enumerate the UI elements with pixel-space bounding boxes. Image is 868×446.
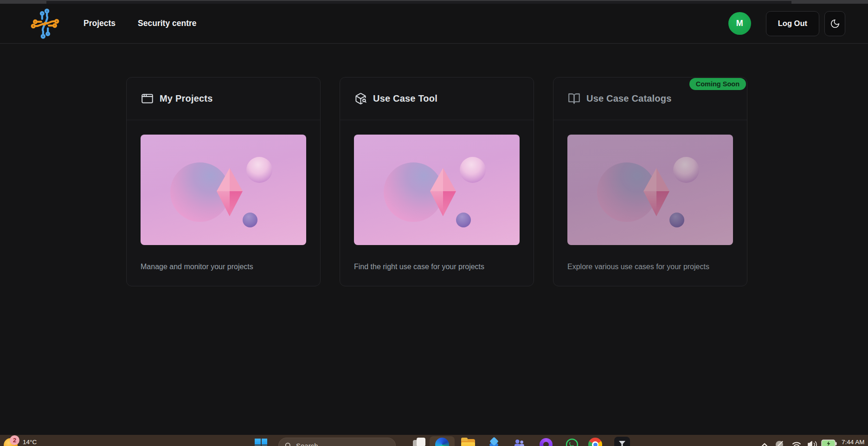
app-window-icon xyxy=(141,92,154,105)
search-input[interactable] xyxy=(296,442,379,446)
search-icon xyxy=(284,442,292,446)
card-body: Find the right use case for your project… xyxy=(340,120,534,271)
chrome-button[interactable] xyxy=(588,438,602,446)
start-button[interactable] xyxy=(255,439,267,446)
loop-button[interactable] xyxy=(539,438,553,446)
card-description: Find the right use case for your project… xyxy=(354,263,520,271)
wifi-icon[interactable] xyxy=(791,439,802,446)
art-sphere-medium xyxy=(673,157,699,183)
browser-top-strip xyxy=(0,0,868,4)
card-title: Use Case Catalogs xyxy=(586,93,671,104)
header-actions: M Log Out xyxy=(728,11,845,36)
edge-browser-button[interactable] xyxy=(435,438,449,446)
art-sphere-medium xyxy=(460,157,486,183)
weather-temperature[interactable]: 14°C xyxy=(23,439,37,446)
app-header: Projects Security centre M Log Out xyxy=(0,4,868,44)
main-nav: Projects Security centre xyxy=(84,19,197,28)
card-illustration xyxy=(567,135,733,245)
art-sphere-medium xyxy=(246,157,272,183)
battery-charging-icon[interactable] xyxy=(821,440,837,446)
card-body: Explore various use cases for your proje… xyxy=(553,120,747,271)
taskbar-search[interactable] xyxy=(278,438,396,446)
windows-taskbar: 2 14°C xyxy=(0,435,868,446)
circuit-logo-icon[interactable] xyxy=(27,6,63,42)
pen-disabled-icon[interactable] xyxy=(774,439,785,446)
art-diamond xyxy=(641,167,672,217)
card-title: Use Case Tool xyxy=(373,93,437,104)
art-sphere-small xyxy=(456,213,471,227)
package-search-icon xyxy=(354,92,367,105)
art-diamond xyxy=(427,167,459,217)
art-sphere-small xyxy=(669,213,684,227)
card-illustration xyxy=(141,135,306,245)
weather-notification-badge: 2 xyxy=(10,435,19,445)
card-header: My Projects xyxy=(127,78,320,120)
teams-icon xyxy=(512,438,526,446)
card-grid: My Projects Manage and monitor yo xyxy=(126,77,747,286)
card-title: My Projects xyxy=(160,93,212,104)
nav-item-security-centre[interactable]: Security centre xyxy=(138,19,196,28)
nav-item-projects[interactable]: Projects xyxy=(84,19,116,28)
logout-button[interactable]: Log Out xyxy=(766,11,819,36)
card-my-projects[interactable]: My Projects Manage and monitor yo xyxy=(126,77,321,286)
whatsapp-button[interactable] xyxy=(565,438,579,446)
card-illustration xyxy=(354,135,520,245)
chevron-up-icon[interactable] xyxy=(759,439,770,446)
card-body: Manage and monitor your projects xyxy=(127,120,320,271)
card-use-case-tool[interactable]: Use Case Tool Find the right use case fo… xyxy=(340,77,534,286)
volume-icon[interactable] xyxy=(807,439,818,446)
card-header: Use Case Tool xyxy=(340,78,534,120)
edge-icon xyxy=(435,438,449,446)
card-description: Explore various use cases for your proje… xyxy=(567,263,733,271)
card-use-case-catalogs: Coming Soon Use Case Catalogs Explore xyxy=(553,77,747,286)
funnel-icon xyxy=(614,437,630,446)
art-diamond xyxy=(214,167,245,217)
theme-toggle-button[interactable] xyxy=(824,11,845,36)
card-description: Manage and monitor your projects xyxy=(141,263,306,271)
funnel-app-button[interactable] xyxy=(614,437,630,446)
file-explorer-button[interactable] xyxy=(461,438,475,446)
taskbar-clock[interactable]: 7:44 AM xyxy=(842,439,865,446)
whatsapp-icon xyxy=(565,438,579,446)
coming-soon-badge: Coming Soon xyxy=(689,78,746,90)
task-view-button[interactable] xyxy=(413,438,427,446)
outlook-button[interactable] xyxy=(487,438,501,446)
user-avatar[interactable]: M xyxy=(728,12,751,35)
teams-button[interactable] xyxy=(512,438,526,446)
book-open-icon xyxy=(568,92,580,105)
moon-icon xyxy=(830,19,840,29)
art-sphere-small xyxy=(243,213,257,227)
